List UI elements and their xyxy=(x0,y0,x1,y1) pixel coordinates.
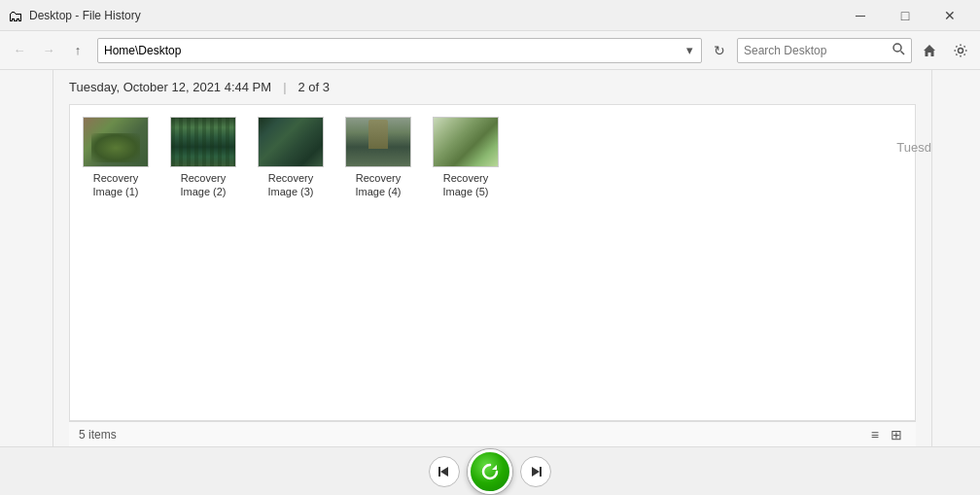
status-bar: 5 items ≡ ⊞ xyxy=(69,421,916,446)
search-input[interactable] xyxy=(744,44,892,57)
file-thumbnail xyxy=(83,117,149,167)
next-version-button[interactable] xyxy=(520,456,551,487)
restore-icon xyxy=(479,461,501,482)
settings-button[interactable] xyxy=(947,37,974,64)
skip-back-icon xyxy=(438,465,451,478)
file-label: Recovery Image (5) xyxy=(442,171,488,199)
skip-forward-icon xyxy=(529,465,542,478)
list-item[interactable]: Recovery Image (5) xyxy=(432,117,500,199)
svg-point-0 xyxy=(893,44,901,52)
home-button[interactable] xyxy=(916,37,943,64)
right-panel xyxy=(931,70,980,446)
back-button[interactable]: ← xyxy=(6,37,33,64)
restore-button[interactable] xyxy=(468,449,512,494)
list-item[interactable]: Recovery Image (1) xyxy=(82,117,150,199)
titlebar: 🗂 Desktop - File History ─ □ ✕ xyxy=(0,0,980,31)
svg-point-2 xyxy=(959,48,963,53)
address-input[interactable] xyxy=(104,44,684,57)
address-bar: ▾ xyxy=(97,38,702,63)
search-bar xyxy=(737,38,912,63)
previous-version-button[interactable] xyxy=(429,456,460,487)
toolbar: ← → ↑ ▾ ↻ xyxy=(0,31,980,70)
list-view-button[interactable]: ≡ xyxy=(867,425,883,444)
svg-rect-3 xyxy=(438,467,440,477)
file-label: Recovery Image (2) xyxy=(180,171,226,199)
minimize-button[interactable]: ─ xyxy=(838,0,883,31)
search-button[interactable] xyxy=(892,43,905,58)
tile-view-button[interactable]: ⊞ xyxy=(887,425,906,444)
svg-line-1 xyxy=(901,51,905,54)
files-grid: Recovery Image (1) Recovery Image (2) Re… xyxy=(70,105,915,211)
window-controls: ─ □ ✕ xyxy=(838,0,972,31)
svg-marker-4 xyxy=(440,467,448,477)
close-button[interactable]: ✕ xyxy=(928,0,972,31)
up-button[interactable]: ↑ xyxy=(64,37,91,64)
svg-marker-5 xyxy=(492,465,497,470)
forward-button[interactable]: → xyxy=(35,37,62,64)
date-header: Tuesday, October 12, 2021 4:44 PM | 2 of… xyxy=(53,70,931,104)
search-icon xyxy=(892,43,905,55)
center-panel: Tuesday, October 12, 2021 4:44 PM | 2 of… xyxy=(53,70,931,446)
address-dropdown-button[interactable]: ▾ xyxy=(684,43,695,57)
left-panel xyxy=(0,70,53,446)
date-text: Tuesday, October 12, 2021 4:44 PM xyxy=(69,80,271,94)
svg-rect-6 xyxy=(540,467,542,477)
main-content: Tuesday, October 12, 2021 4:44 PM | 2 of… xyxy=(0,70,980,446)
app-icon: 🗂 xyxy=(8,8,23,23)
right-date-partial: Tuesd xyxy=(896,140,931,155)
playback-bar xyxy=(0,446,980,495)
gear-icon xyxy=(953,43,968,58)
window-title: Desktop - File History xyxy=(29,9,838,22)
item-count: 5 items xyxy=(79,428,117,442)
file-area: Recovery Image (1) Recovery Image (2) Re… xyxy=(69,104,916,421)
file-thumbnail xyxy=(345,117,411,167)
view-controls: ≡ ⊞ xyxy=(867,425,906,444)
refresh-button[interactable]: ↻ xyxy=(708,39,731,62)
list-item[interactable]: Recovery Image (3) xyxy=(257,117,325,199)
file-thumbnail xyxy=(170,117,236,167)
file-label: Recovery Image (3) xyxy=(267,171,313,199)
home-icon xyxy=(922,43,937,58)
svg-marker-7 xyxy=(532,467,540,477)
page-count: 2 of 3 xyxy=(298,80,331,94)
list-item[interactable]: Recovery Image (2) xyxy=(169,117,237,199)
file-thumbnail xyxy=(258,117,324,167)
file-label: Recovery Image (4) xyxy=(355,171,401,199)
maximize-button[interactable]: □ xyxy=(883,0,928,31)
separator: | xyxy=(283,80,286,94)
file-thumbnail xyxy=(433,117,499,167)
list-item[interactable]: Recovery Image (4) xyxy=(344,117,412,199)
file-label: Recovery Image (1) xyxy=(92,171,138,199)
